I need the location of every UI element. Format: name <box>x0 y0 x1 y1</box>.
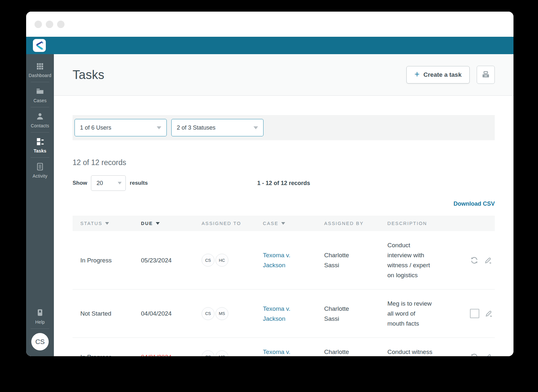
sidebar-item-contacts[interactable]: Contacts <box>26 108 54 131</box>
sidebar-item-label: Activity <box>33 173 47 179</box>
board-icon <box>35 137 45 146</box>
person-icon <box>35 112 45 121</box>
column-header-description: Description <box>387 221 470 226</box>
app-window: Dashboard Cases <box>26 12 513 356</box>
assignee-badge[interactable]: CS <box>202 254 214 267</box>
task-status: In Progress <box>80 255 141 265</box>
task-description: Conduct witness interview with <box>387 347 433 356</box>
download-csv-link[interactable]: Download CSV <box>453 201 495 207</box>
sort-desc-icon <box>281 222 285 225</box>
window-control-dot[interactable] <box>46 21 53 28</box>
edit-pencil-icon[interactable] <box>484 256 493 265</box>
create-task-button[interactable]: + Create a task <box>406 66 470 83</box>
app-logo[interactable] <box>33 39 46 52</box>
sidebar-spacer <box>26 181 54 305</box>
assignee-badge[interactable]: MS <box>215 350 228 356</box>
window-control-dot[interactable] <box>35 21 42 28</box>
edit-pencil-icon[interactable] <box>484 309 493 318</box>
sort-desc-icon <box>156 222 160 225</box>
records-summary: 12 of 12 records <box>73 158 495 167</box>
window-control-dot[interactable] <box>57 21 65 28</box>
recurring-task-icon[interactable] <box>470 353 479 357</box>
task-description: Conduct interview with witness / expert … <box>387 240 433 280</box>
main-panel: Tasks + Create a task <box>54 54 513 356</box>
create-task-label: Create a task <box>423 71 462 78</box>
filter-bar: 1 of 6 Users 2 of 3 Statuses <box>73 115 495 140</box>
recurring-task-icon[interactable] <box>470 256 479 265</box>
sidebar-item-label: Cases <box>34 98 47 103</box>
assignee-badges: CS MS <box>202 350 263 356</box>
sidebar-divider <box>31 132 49 132</box>
row-actions <box>470 256 494 265</box>
task-status: In Progress <box>80 352 141 357</box>
sidebar-item-help[interactable]: Help <box>26 305 54 328</box>
print-button[interactable] <box>477 66 495 84</box>
sidebar-divider <box>31 157 49 158</box>
pagination-row: Show 20 results 1 - 12 of 12 records <box>73 175 495 191</box>
chevron-down-icon <box>118 182 122 184</box>
assignee-badges: CS MS <box>202 307 263 320</box>
content-area: 1 of 6 Users 2 of 3 Statuses 12 of 12 re… <box>54 96 513 356</box>
page-title: Tasks <box>73 68 105 82</box>
printer-icon <box>481 70 491 80</box>
grid-icon <box>35 62 45 71</box>
case-link[interactable]: Texoma v. Jackson <box>263 304 296 324</box>
table-row: In Progress 05/23/2024 CS HC Texoma v. J… <box>73 231 495 289</box>
task-due-date: 04/01/2024 <box>141 352 202 357</box>
assigned-by: Charlotte Sassi <box>324 250 360 270</box>
sidebar-item-label: Dashboard <box>29 73 51 78</box>
page-size-value: 20 <box>96 180 103 187</box>
sidebar-item-label: Tasks <box>34 148 46 153</box>
row-actions <box>470 353 494 357</box>
task-due-date: 04/04/2024 <box>141 309 202 318</box>
chevron-down-icon <box>157 126 161 129</box>
column-header-status[interactable]: Status <box>80 221 141 226</box>
column-header-case[interactable]: Case <box>263 221 324 226</box>
plus-icon: + <box>414 70 420 79</box>
book-icon <box>35 308 45 317</box>
statuses-filter-dropdown[interactable]: 2 of 3 Statuses <box>171 119 264 136</box>
document-icon <box>35 162 45 171</box>
table-row: Not Started 04/04/2024 CS MS Texoma v. J… <box>73 289 495 338</box>
show-label: Show <box>73 180 87 186</box>
table-row: In Progress 04/01/2024 CS MS Texoma v. J… <box>73 338 495 356</box>
edit-pencil-icon[interactable] <box>484 353 493 357</box>
assignee-badge[interactable]: MS <box>215 307 228 320</box>
column-header-due[interactable]: Due <box>141 221 202 226</box>
users-filter-dropdown[interactable]: 1 of 6 Users <box>75 119 167 136</box>
sidebar-item-cases[interactable]: Cases <box>26 83 54 106</box>
task-description: Meg is to review all word of mouth facts <box>387 299 433 328</box>
sidebar-item-label: Contacts <box>31 123 49 128</box>
sidebar-item-activity[interactable]: Activity <box>26 159 54 181</box>
app-header-bar <box>26 37 513 54</box>
folder-icon <box>35 87 45 96</box>
users-filter-value: 1 of 6 Users <box>80 124 111 131</box>
user-avatar[interactable]: CS <box>31 333 49 350</box>
window-titlebar <box>26 12 513 37</box>
case-link[interactable]: Texoma v. Jackson <box>263 250 296 270</box>
sidebar-item-dashboard[interactable]: Dashboard <box>26 58 54 81</box>
complete-task-checkbox[interactable] <box>470 309 479 318</box>
case-link[interactable]: Texoma v. Jackson <box>263 347 296 356</box>
chevron-down-icon <box>254 126 258 129</box>
sidebar-divider <box>31 328 49 329</box>
column-header-assigned-by: Assigned By <box>324 221 387 226</box>
sidebar-divider <box>31 107 49 107</box>
statuses-filter-value: 2 of 3 Statuses <box>177 124 215 131</box>
sidebar: Dashboard Cases <box>26 54 54 356</box>
column-header-assigned-to: Assigned To <box>202 221 263 226</box>
assigned-by: Charlotte Sassi <box>324 347 360 356</box>
assignee-badge[interactable]: CS <box>202 350 214 356</box>
assignee-badges: CS HC <box>202 254 263 267</box>
page-header: Tasks + Create a task <box>54 54 513 96</box>
task-status: Not Started <box>80 309 141 318</box>
page-size-select[interactable]: 20 <box>91 175 126 191</box>
sidebar-item-label: Help <box>35 319 45 325</box>
row-actions <box>470 309 494 318</box>
record-range-label: 1 - 12 of 12 records <box>257 180 310 187</box>
assignee-badge[interactable]: CS <box>202 307 214 320</box>
assignee-badge[interactable]: HC <box>215 254 228 267</box>
sidebar-item-tasks[interactable]: Tasks <box>26 133 54 156</box>
table-header-row: Status Due Assigned To Case <box>73 216 495 231</box>
results-label: results <box>130 180 148 186</box>
